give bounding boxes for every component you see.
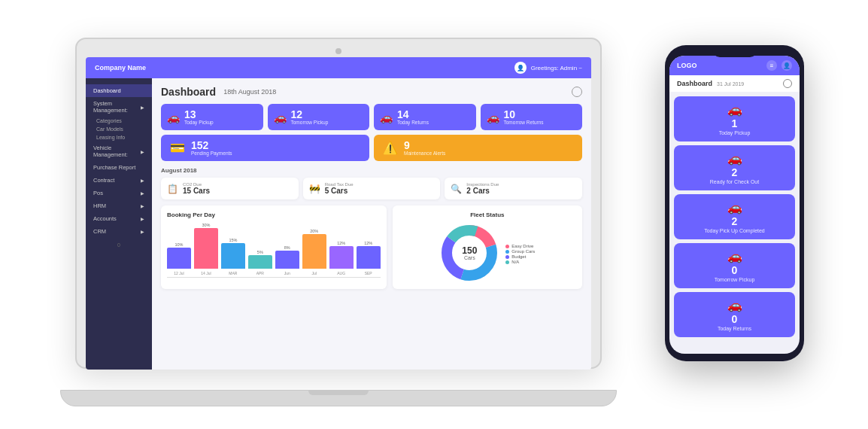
stat-number-today-pickup: 13 <box>184 109 214 120</box>
aug-value-co2: 15 Cars <box>183 187 210 195</box>
phone-search-icon[interactable] <box>783 79 792 88</box>
bar-pct: 20% <box>310 229 318 233</box>
laptop-camera <box>335 48 341 54</box>
sidebar-item-purchase-report[interactable]: Purchase Report <box>86 161 152 174</box>
legend-label-budget: Budget <box>511 254 526 259</box>
phone-card-label-tomorrow-pickup: Tomorrow Pickup <box>715 277 755 282</box>
sidebar-item-contract[interactable]: Contract ▶ <box>86 174 152 187</box>
sidebar-sub-carmodels[interactable]: Car Models <box>86 125 152 133</box>
booking-chart-title: Booking Per Day <box>167 211 381 218</box>
legend-item-groupcars: Group Cars <box>505 249 535 254</box>
wide-card-pending-payments: 💳 152 Pending Payments <box>161 135 369 161</box>
bar-pct: 15% <box>229 238 237 242</box>
phone-card-label-ready-checkout: Ready for Check Out <box>710 179 759 184</box>
legend-dot-easydrive <box>505 245 509 248</box>
phone-card-number-today-returns: 0 <box>732 314 738 324</box>
stat-number-pending-payments: 152 <box>191 140 232 151</box>
aug-card-roadtax: 🚧 Road Tax Due 5 Cars <box>303 178 441 199</box>
stat-label-maintenance: Maintenance Alerts <box>404 151 445 156</box>
aug-card-co2: 📋 CO2 Due 15 Cars <box>161 178 299 199</box>
bar-pct: 12% <box>364 241 372 245</box>
aug-section-title: August 2018 <box>161 167 582 174</box>
header-right: 👤 Greetings: Admin ~ <box>514 62 582 74</box>
sidebar: Dashboard System Management: ▶ Categorie… <box>86 78 152 370</box>
search-icon[interactable] <box>572 87 582 97</box>
fleet-chart-title: Fleet Status <box>470 211 504 218</box>
company-name: Company Name <box>95 64 146 72</box>
phone-profile-icon[interactable]: 👤 <box>782 60 792 71</box>
sidebar-item-dashboard[interactable]: Dashboard <box>86 84 152 97</box>
phone-car-icon-3: 🚗 <box>727 200 742 214</box>
donut-legend: Easy Drive Group Cars Budg <box>505 244 535 265</box>
sidebar-item-accounts[interactable]: Accounts ▶ <box>86 212 152 225</box>
bar-pct: 5% <box>257 250 263 254</box>
phone-notch <box>712 45 757 57</box>
bar-group: 12%AUG <box>329 241 354 275</box>
inspections-icon: 🔍 <box>451 184 462 194</box>
donut-total: 150 <box>462 246 477 255</box>
bar-x-label: Jul <box>312 271 317 275</box>
phone-card-number-tomorrow-pickup: 0 <box>732 265 738 275</box>
phone-card-today-pickup: 🚗 1 Today Pickup <box>674 96 795 141</box>
sidebar-item-pos[interactable]: Pos ▶ <box>86 187 152 199</box>
wide-stats-row: 💳 152 Pending Payments ⚠️ 9 Ma <box>161 135 582 161</box>
legend-label-groupcars: Group Cars <box>511 249 535 254</box>
sidebar-item-crm[interactable]: CRM ▶ <box>86 225 152 238</box>
laptop: Company Name 👤 Greetings: Admin ~ Dashbo… <box>75 38 617 406</box>
phone-card-tomorrow-pickup: 🚗 0 Tomorrow Pickup <box>674 243 795 288</box>
arrow-icon: ▶ <box>141 105 144 110</box>
arrow-icon-5: ▶ <box>141 203 144 208</box>
roadtax-icon: 🚧 <box>309 184 320 194</box>
donut-center: 150 Cars <box>462 246 477 260</box>
bar-chart-area: 10%12 Jul30%14 Jul15%MAR5%APR8%Jun20%Jul… <box>167 223 381 275</box>
bar-axis <box>167 277 381 278</box>
payment-icon: 💳 <box>170 141 185 155</box>
laptop-body: Company Name 👤 Greetings: Admin ~ Dashbo… <box>75 38 602 369</box>
sidebar-item-system-management[interactable]: System Management: ▶ <box>86 97 152 117</box>
stat-label-tomorrow-returns: Tomorrow Returns <box>504 120 544 125</box>
stat-card-tomorrow-pickup: 🚗 12 Tomorrow Pickup <box>268 104 370 130</box>
greeting-text: Greetings: Admin ~ <box>531 65 582 72</box>
phone-date: 31 Jul 2019 <box>717 81 744 87</box>
aug-card-inspections: 🔍 Inspections Due 2 Cars <box>445 178 582 199</box>
legend-item-budget: Budget <box>505 254 535 259</box>
bar-fill <box>302 234 326 269</box>
sidebar-sub-leasinginfo[interactable]: Leasing Info <box>86 133 152 141</box>
bar-fill <box>248 255 272 269</box>
sidebar-item-hrm[interactable]: HRM ▶ <box>86 199 152 212</box>
phone-card-number-pickup-completed: 2 <box>732 216 738 227</box>
main-title: Dashboard <box>161 86 216 98</box>
bar-x-label: SEP <box>365 271 372 275</box>
bar-fill <box>357 246 381 269</box>
sidebar-item-vehicle-management[interactable]: Vehicle Management: ▶ <box>86 141 152 161</box>
phone-car-icon-5: 🚗 <box>727 298 742 312</box>
phone-menu-icon[interactable]: ≡ <box>766 60 777 71</box>
main-date: 18th August 2018 <box>223 88 276 96</box>
donut-container: 150 Cars <box>439 223 499 283</box>
stats-row-1: 🚗 13 Today Pickup 🚗 12 Tomorr <box>161 104 582 130</box>
bar-group: 20%Jul <box>302 229 326 275</box>
alert-icon: ⚠️ <box>383 141 398 155</box>
phone-dash-title: Dashboard <box>677 80 712 87</box>
bar-group: 5%APR <box>248 250 272 275</box>
bar-group: 12%SEP <box>357 241 381 275</box>
arrow-icon-3: ▶ <box>141 178 144 183</box>
legend-label-easydrive: Easy Drive <box>511 244 533 248</box>
bar-x-label: 12 Jul <box>174 271 184 275</box>
phone-sub-header: Dashboard 31 Jul 2019 <box>669 75 800 92</box>
car-icon-2: 🚗 <box>274 111 287 123</box>
bar-fill <box>221 243 245 269</box>
stat-number-today-returns: 14 <box>397 109 429 120</box>
legend-dot-na <box>505 260 509 264</box>
car-icon-3: 🚗 <box>380 111 393 123</box>
phone: LOGO ≡ 👤 Dashboard 31 Jul 2019 <box>665 45 804 361</box>
legend-label-na: N/A <box>511 260 519 264</box>
bar-fill <box>194 228 218 269</box>
sidebar-sub-categories[interactable]: Categories <box>86 117 152 125</box>
donut-total-label: Cars <box>462 255 477 260</box>
fleet-chart-card: Fleet Status <box>393 205 582 289</box>
bar-x-label: MAR <box>229 271 237 275</box>
app-content: Dashboard System Management: ▶ Categorie… <box>86 78 591 370</box>
car-icon-1: 🚗 <box>167 111 180 123</box>
aug-value-roadtax: 5 Cars <box>325 187 354 195</box>
